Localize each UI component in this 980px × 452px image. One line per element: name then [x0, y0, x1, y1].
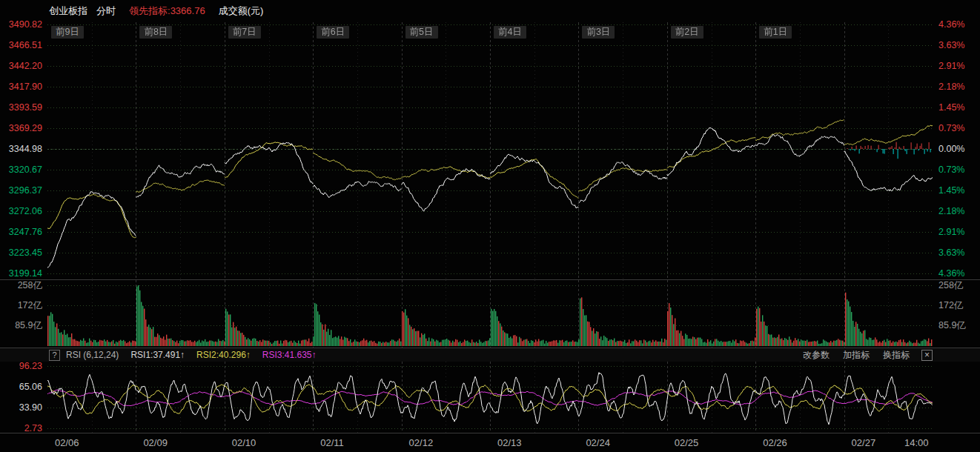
- day-label-chip: 前2日: [671, 26, 703, 39]
- add-indicator-button[interactable]: 加指标: [843, 350, 870, 360]
- percent-axis-label: 2.18%: [938, 206, 964, 216]
- rsi-value-3: RSI3:41.635↑: [262, 350, 317, 360]
- close-indicator-button[interactable]: ×: [921, 350, 933, 361]
- time-label: 02/13: [497, 437, 522, 448]
- volume-axis-label: 258亿: [0, 280, 42, 290]
- volume-axis-label: 172亿: [0, 300, 42, 310]
- rsi-axis-label: 96.23: [0, 361, 42, 371]
- percent-axis-label: 0.73%: [938, 123, 964, 133]
- time-label: 02/27: [852, 437, 876, 448]
- rsi-axis-label: 33.90: [0, 402, 42, 413]
- percent-axis-label: 2.91%: [938, 61, 964, 71]
- rsi-axis-label: 2.73: [0, 423, 42, 433]
- index-name: 创业板指: [49, 4, 87, 18]
- leading-indicator-value: 3366.76: [170, 5, 205, 16]
- day-label-chip: 前9日: [51, 26, 84, 39]
- time-label: 02/09: [143, 437, 168, 448]
- percent-axis-label: 3.63%: [938, 247, 964, 258]
- price-axis-label: 3199.14: [0, 268, 42, 279]
- time-label: 02/25: [675, 437, 699, 448]
- time-label: 02/24: [586, 437, 610, 448]
- price-axis-label: 3369.29: [0, 123, 42, 133]
- price-axis-label: 3223.45: [0, 247, 42, 258]
- rsi-values: RSI1:37.491↑RSI2:40.296↑RSI3:41.635↑: [119, 350, 316, 360]
- percent-axis-label: 4.36%: [938, 268, 964, 279]
- rsi-value-1: RSI1:37.491↑: [130, 350, 185, 360]
- day-label-chip: 前1日: [759, 26, 792, 39]
- leading-indicator-label: 领先指标:: [129, 5, 170, 16]
- percent-axis-right: 4.36%3.63%2.91%2.18%1.45%0.73%0.00%0.73%…: [936, 22, 979, 279]
- leading-indicator: 领先指标:3366.76: [129, 4, 205, 18]
- rsi-panel: 96.2365.0633.902.73: [0, 362, 980, 433]
- volume-panel: 258亿172亿85.9亿 258亿172亿85.9亿: [0, 280, 980, 348]
- percent-axis-label: 2.18%: [938, 82, 964, 92]
- percent-axis-label: 1.45%: [938, 185, 964, 196]
- time-label: 02/12: [409, 437, 434, 448]
- price-axis-label: 3466.51: [0, 40, 42, 50]
- price-panel: 3490.823466.513442.203417.903393.593369.…: [0, 22, 980, 280]
- help-icon[interactable]: ?: [49, 350, 60, 361]
- day-label-chip: 前5日: [405, 26, 438, 39]
- time-label: 02/10: [232, 437, 256, 448]
- rsi-value-2: RSI2:40.296↑: [196, 350, 251, 360]
- rsi-chart-canvas[interactable]: [47, 362, 933, 433]
- volume-axis-right: 258亿172亿85.9亿: [936, 280, 979, 348]
- percent-axis-label: 2.91%: [938, 227, 964, 237]
- rsi-axis-left: 96.2365.0633.902.73: [0, 362, 44, 433]
- tab-intraday[interactable]: 分时: [96, 4, 116, 18]
- stock-chart-app: 创业板指 分时 领先指标:3366.76 成交额(元) 3490.823466.…: [0, 0, 980, 452]
- percent-axis-label: 0.73%: [938, 164, 964, 175]
- current-time-label: 14:00: [904, 437, 929, 448]
- price-axis-left: 3490.823466.513442.203417.903393.593369.…: [0, 22, 44, 279]
- price-axis-label: 3393.59: [0, 102, 42, 113]
- time-label: 02/26: [763, 437, 787, 448]
- volume-axis-label: 258亿: [938, 280, 963, 290]
- price-axis-label: 3417.90: [0, 82, 42, 92]
- day-label-chip: 前4日: [494, 26, 526, 39]
- price-chart-canvas[interactable]: [47, 22, 933, 280]
- time-axis: 02/0602/0902/1002/1102/1202/1302/2402/25…: [0, 434, 980, 452]
- turnover-label: 成交额(元): [219, 4, 264, 18]
- volume-axis-left: 258亿172亿85.9亿: [0, 280, 44, 348]
- volume-axis-label: 85.9亿: [938, 320, 966, 330]
- rsi-axis-label: 65.06: [0, 382, 42, 392]
- time-label: 02/06: [55, 437, 79, 448]
- switch-indicator-button[interactable]: 换指标: [883, 350, 910, 360]
- price-axis-label: 3272.06: [0, 206, 42, 216]
- percent-axis-label: 1.45%: [938, 102, 964, 113]
- day-label-chip: 前7日: [228, 26, 261, 39]
- change-params-button[interactable]: 改参数: [803, 350, 830, 360]
- price-axis-label: 3247.76: [0, 227, 42, 237]
- day-label-chip: 前8日: [139, 26, 172, 39]
- price-axis-label: 3344.98: [0, 144, 42, 154]
- chart-header: 创业板指 分时 领先指标:3366.76 成交额(元): [49, 0, 263, 22]
- rsi-toolbar: 改参数加指标换指标: [789, 349, 910, 362]
- rsi-title[interactable]: RSI (6,12,24): [66, 350, 119, 360]
- percent-axis-label: 4.36%: [938, 19, 964, 30]
- percent-axis-label: 3.63%: [938, 40, 964, 50]
- volume-axis-label: 85.9亿: [0, 320, 42, 330]
- price-axis-label: 3442.20: [0, 61, 42, 71]
- price-axis-label: 3490.82: [0, 19, 42, 30]
- day-label-chip: 前3日: [582, 26, 615, 39]
- price-axis-label: 3320.67: [0, 164, 42, 175]
- volume-chart-canvas[interactable]: [47, 280, 933, 348]
- percent-axis-label: 0.00%: [938, 144, 964, 154]
- rsi-header: ? RSI (6,12,24) RSI1:37.491↑RSI2:40.296↑…: [0, 348, 980, 362]
- day-label-chip: 前6日: [317, 26, 349, 39]
- volume-axis-label: 172亿: [938, 300, 963, 310]
- time-label: 02/11: [320, 437, 344, 448]
- price-axis-label: 3296.37: [0, 185, 42, 196]
